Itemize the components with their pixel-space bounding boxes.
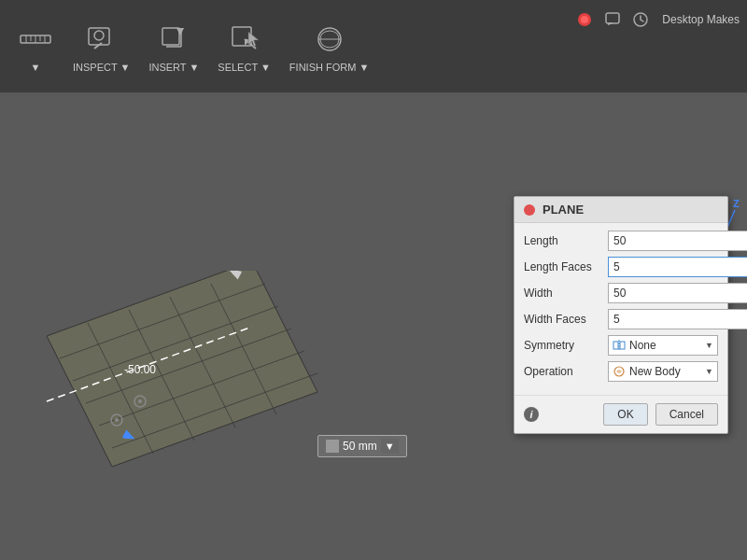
svg-text:-50.00: -50.00	[124, 363, 156, 376]
toolbar-label-select: SELECT ▼	[218, 62, 271, 73]
toolbar-item-insert[interactable]: INSERT ▼	[139, 15, 208, 78]
width-label: Width	[524, 287, 608, 300]
inspect-icon	[83, 21, 120, 58]
top-right-controls: Desktop Makes	[574, 9, 740, 30]
record-icon[interactable]	[574, 9, 595, 30]
toolbar-item-inspect[interactable]: INSPECT ▼	[63, 15, 139, 78]
toolbar-item-finish-form[interactable]: FINISH FORM ▼	[280, 15, 378, 78]
dialog-row-width: Width ▼	[524, 283, 718, 303]
canvas-area: Z	[0, 93, 747, 560]
dialog-row-width-faces: Width Faces ▼	[524, 309, 718, 329]
length-faces-input-wrap: ▼	[608, 257, 747, 277]
svg-point-43	[115, 418, 119, 422]
toolbar-item-product[interactable]: ▼	[7, 15, 63, 78]
operation-dropdown-arrow: ▼	[705, 367, 713, 376]
clock-icon[interactable]	[630, 9, 651, 30]
length-label: Length	[524, 234, 608, 247]
ruler-icon	[17, 21, 54, 58]
svg-point-41	[138, 399, 142, 403]
operation-value: New Body	[629, 365, 705, 378]
dialog-close-icon[interactable]	[524, 204, 535, 216]
length-faces-input[interactable]	[608, 257, 747, 277]
operation-select-wrap: New Body ▼	[608, 361, 718, 382]
finish-icon	[311, 21, 348, 58]
svg-marker-22	[47, 271, 317, 467]
dialog-row-length-faces: Length Faces ▼	[524, 257, 718, 277]
width-input-wrap: ▼	[608, 283, 747, 303]
length-faces-label: Length Faces	[524, 260, 608, 273]
svg-marker-11	[176, 28, 184, 35]
symmetry-value: None	[629, 339, 705, 352]
dialog-header: PLANE	[514, 197, 727, 223]
plane-dialog: PLANE Length ▼ Length Faces ▼	[514, 196, 728, 434]
insert-icon	[155, 21, 192, 58]
width-faces-input[interactable]	[608, 309, 747, 329]
dimension-value: 50 mm	[343, 440, 377, 453]
symmetry-dropdown-arrow: ▼	[705, 341, 713, 350]
dialog-row-operation: Operation New Body ▼	[524, 361, 718, 382]
operation-icon	[613, 365, 626, 378]
width-faces-label: Width Faces	[524, 313, 608, 326]
symmetry-icon	[613, 339, 626, 352]
toolbar-label-product: ▼	[31, 62, 41, 73]
symmetry-label: Symmetry	[524, 339, 608, 352]
dimension-label: 50 mm ▼	[317, 435, 407, 457]
dialog-row-length: Length ▼	[524, 231, 718, 251]
svg-rect-8	[162, 28, 179, 45]
chat-icon[interactable]	[602, 9, 623, 30]
width-input[interactable]	[608, 283, 747, 303]
toolbar-item-select[interactable]: SELECT ▼	[208, 15, 280, 78]
dialog-footer: i OK Cancel	[514, 395, 727, 433]
svg-text:Z: Z	[733, 198, 740, 209]
length-input-wrap: ▼	[608, 231, 747, 251]
svg-rect-44	[613, 342, 618, 349]
app-title: Desktop Makes	[662, 13, 740, 26]
svg-point-7	[94, 31, 104, 40]
symmetry-select-wrap: None ▼	[608, 335, 718, 356]
svg-point-17	[581, 16, 588, 23]
width-faces-input-wrap: ▼	[608, 309, 747, 329]
dialog-title: PLANE	[543, 203, 584, 217]
length-input[interactable]	[608, 231, 747, 251]
cancel-button[interactable]: Cancel	[655, 403, 718, 426]
dialog-row-symmetry: Symmetry None ▼	[524, 335, 718, 356]
ok-button[interactable]: OK	[603, 403, 647, 426]
select-icon	[226, 21, 263, 58]
3d-grid: -50.00	[19, 271, 345, 532]
info-icon[interactable]: i	[524, 407, 539, 422]
dimension-dropdown-button[interactable]: ▼	[381, 439, 399, 454]
toolbar: ▼ INSPECT ▼ INSERT ▼	[0, 0, 747, 93]
svg-rect-45	[620, 342, 625, 349]
toolbar-label-inspect: INSPECT ▼	[73, 62, 130, 73]
svg-rect-18	[606, 13, 619, 23]
dialog-body: Length ▼ Length Faces ▼ Width ▼	[514, 223, 727, 395]
toolbar-label-finish-form: FINISH FORM ▼	[289, 62, 369, 73]
operation-label: Operation	[524, 365, 608, 378]
toolbar-label-insert: INSERT ▼	[148, 62, 199, 73]
dimension-swatch	[326, 440, 339, 453]
